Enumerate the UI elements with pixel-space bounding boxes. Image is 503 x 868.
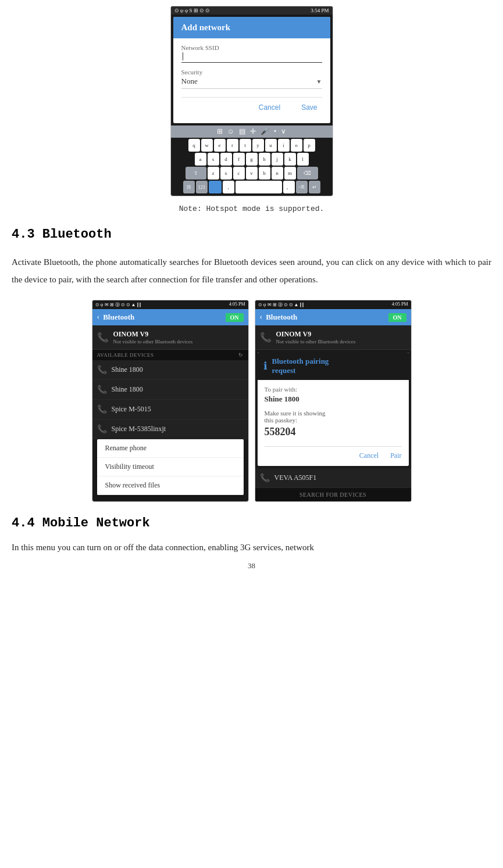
to-pair-label: To pair with: [265,386,402,393]
key-g[interactable]: g [246,153,258,166]
bt-status-bar-left: ⊙ ψ ✉ ⊞ Ⓑ ⊙ ⊙ ▲ ∥∥ 4:05 PM [92,300,248,309]
key-c[interactable]: c [233,167,245,180]
bt-title-right: Bluetooth [266,313,297,322]
bt-time-right: 4:05 PM [392,302,408,308]
body-text-44: In this menu you can turn on or off the … [12,540,491,555]
to-pair-device: Shine 1800 [265,394,402,404]
context-menu-left: Rename phone Visibility timeout Show rec… [97,439,244,495]
bt-bottom-icon: 📞 [260,473,270,483]
key-l[interactable]: l [297,153,309,166]
context-visibility[interactable]: Visibility timeout [97,458,244,476]
key-comma[interactable]: ， [223,181,234,193]
bt-bottom-device[interactable]: 📞 VEVA A505F1 [255,468,411,488]
bt-device-name-3: Spice M-5015 [112,405,151,414]
key-en[interactable]: =英 [296,181,308,193]
context-received[interactable]: Show received files [97,476,244,495]
key-p[interactable]: p [304,139,315,152]
status-time: 3:54 PM [311,8,329,13]
key-k[interactable]: k [284,153,296,166]
key-v[interactable]: v [246,167,258,180]
key-i[interactable]: i [278,139,290,152]
key-fu[interactable]: 符 [183,181,195,193]
own-device-sub-left: Not visible to other Bluetooth devices [113,339,193,345]
page-container: ⊙ ψ ψ S ⊞ ⊙ ⊙ 3:54 PM Add network Networ… [0,0,503,594]
key-s[interactable]: s [208,153,219,166]
save-button[interactable]: Save [297,101,322,114]
key-w[interactable]: w [201,139,213,152]
bt-device-row-3[interactable]: 📞 Spice M-5015 [92,400,248,419]
key-d[interactable]: d [220,153,232,166]
key-f[interactable]: f [233,153,245,166]
bt-header-left: ‹ Bluetooth ON [92,309,248,325]
key-shift[interactable]: ⇧ [185,167,206,180]
bt-pairing-title: Bluetooth pairingrequest [272,357,329,375]
key-x[interactable]: x [220,167,232,180]
key-o[interactable]: o [291,139,302,152]
key-space[interactable] [236,181,282,193]
key-enter[interactable]: ↵ [309,181,320,193]
pairing-pair-btn[interactable]: Pair [390,451,401,460]
bt-device-row-1[interactable]: 📞 Shine 1800 [92,360,248,380]
context-rename[interactable]: Rename phone [97,439,244,458]
bt-device-icon-3: 📞 [97,404,107,414]
bt-device-row-4[interactable]: 📞 Spice M-5385linxjt [92,419,248,439]
bt-toggle-left[interactable]: ON [226,313,244,322]
key-u[interactable]: u [265,139,277,152]
pairing-instruction: Make sure it is showingthis passkey: [265,410,402,424]
phone-icon-right: 📞 [260,332,272,343]
bt-device-name-2: Shine 1800 [112,385,143,394]
key-j[interactable]: j [272,153,283,166]
bt-device-icon-1: 📞 [97,365,107,375]
security-row[interactable]: None ▼ [181,77,322,89]
key-y[interactable]: y [252,139,264,152]
key-backspace[interactable]: ⌫ [297,167,318,180]
key-b[interactable]: b [259,167,270,180]
key-q[interactable]: q [188,139,200,152]
key-period[interactable]: 。 [283,181,295,193]
pairing-passkey: 558204 [265,426,402,438]
status-bar-top: ⊙ ψ ψ S ⊞ ⊙ ⊙ 3:54 PM [171,6,333,15]
pairing-cancel-btn[interactable]: Cancel [359,451,379,460]
key-t[interactable]: t [240,139,251,152]
page-number: 38 [0,561,503,571]
kb-icon-1: ⊞ [217,127,223,136]
bt-pairing-dialog: ℹ Bluetooth pairingrequest To pair with:… [258,352,409,466]
dialog-body: Network SSID Security None ▼ Cancel Save [173,38,330,123]
bt-pairing-header: ℹ Bluetooth pairingrequest [258,352,409,380]
security-value: None [181,77,198,86]
bt-device-icon-2: 📞 [97,385,107,394]
security-label: Security [181,69,322,76]
kb-icon-5: 🎤 [261,127,269,136]
search-for-devices-btn[interactable]: SEARCH FOR DEVICES [255,488,411,501]
key-e[interactable]: e [214,139,226,152]
body-text-43: Activate Bluetooth, the phone automatica… [12,253,491,288]
add-network-dialog: Add network Network SSID Security None ▼… [173,17,330,123]
status-icons: ⊙ ψ ψ S ⊞ ⊙ ⊙ [174,8,211,13]
key-z[interactable]: z [208,167,219,180]
key-r[interactable]: r [227,139,238,152]
dialog-buttons: Cancel Save [181,97,322,117]
bt-status-icons-left: ⊙ ψ ✉ ⊞ Ⓑ ⊙ ⊙ ▲ ∥∥ [95,302,142,308]
keyboard[interactable]: q w e r t y u i o p a s d f g h [171,138,333,196]
key-123[interactable]: 123 [196,181,208,193]
back-icon-left[interactable]: ‹ [97,313,100,322]
info-icon: ℹ [263,360,267,372]
bt-own-device-right: 📞 OINOM V9 Not visible to other Bluetoot… [255,325,411,350]
back-icon-right[interactable]: ‹ [260,313,263,322]
refresh-icon-left[interactable]: ↻ [238,352,244,358]
bt-toggle-right[interactable]: ON [388,313,406,322]
own-device-name-right: OINOM V9 [276,330,356,339]
keyboard-toolbar: ⊞ ☺ ▤ ✛ 🎤 • ∨ [171,125,333,138]
bt-device-row-2[interactable]: 📞 Shine 1800 [92,380,248,400]
key-lang[interactable] [209,181,222,193]
bt-device-name-4: Spice M-5385linxjt [112,425,166,433]
key-h[interactable]: h [259,153,270,166]
keyboard-row-2: a s d f g h j k l [172,153,331,166]
cancel-button[interactable]: Cancel [254,101,285,114]
key-a[interactable]: a [195,153,206,166]
bt-device-icon-4: 📞 [97,424,107,434]
key-m[interactable]: m [284,167,296,180]
ssid-input[interactable] [181,52,322,63]
key-n[interactable]: n [272,167,283,180]
note-text: Note: Hotspot mode is supported. [0,205,503,213]
